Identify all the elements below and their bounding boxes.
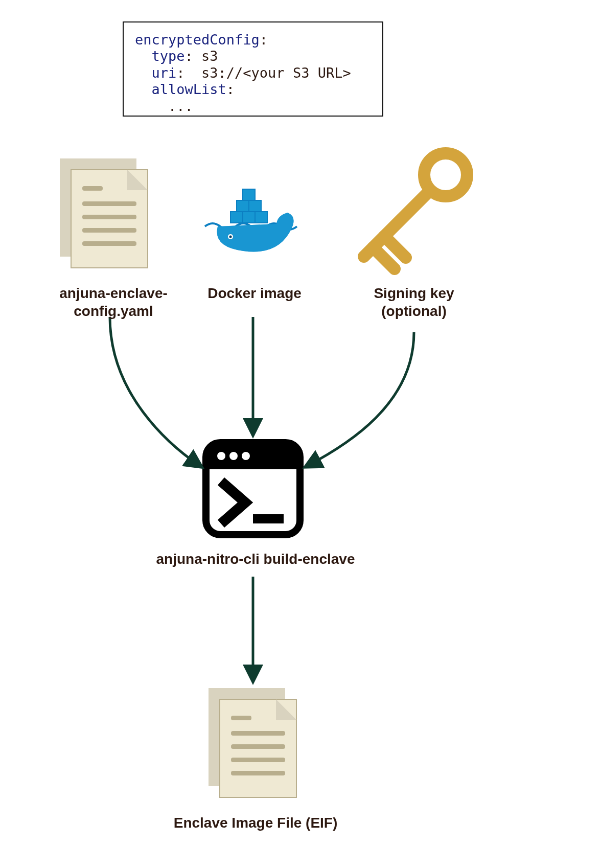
eif-label: Enclave Image File (EIF) (164, 814, 348, 832)
svg-point-25 (242, 452, 250, 460)
svg-rect-22 (206, 459, 300, 469)
docker-icon (202, 178, 305, 262)
svg-rect-30 (231, 716, 251, 720)
code-val: s3://<your S3 URL> (201, 65, 351, 81)
config-code-box: encryptedConfig: type: s3 uri: s3://<you… (123, 21, 383, 117)
terminal-icon (202, 439, 304, 543)
code-key: allowList (152, 81, 226, 97)
docker-label: Docker image (203, 284, 306, 302)
svg-rect-11 (243, 212, 255, 223)
svg-rect-13 (237, 200, 249, 212)
config-label: anjuna-enclave-config.yaml (21, 284, 205, 320)
svg-point-24 (229, 452, 238, 460)
svg-rect-32 (231, 744, 285, 749)
svg-rect-15 (243, 189, 255, 200)
svg-rect-10 (230, 212, 243, 223)
svg-rect-5 (82, 215, 136, 219)
document-icon (56, 154, 158, 277)
key-label-line2: (optional) (381, 303, 447, 319)
svg-rect-34 (231, 771, 285, 775)
svg-point-23 (217, 452, 225, 460)
key-icon (349, 144, 481, 279)
svg-rect-6 (82, 228, 136, 233)
svg-rect-12 (255, 212, 267, 223)
cli-label: anjuna-nitro-cli build-enclave (143, 550, 368, 568)
code-key: type (152, 48, 185, 64)
code-val: ... (168, 98, 193, 114)
svg-rect-3 (82, 186, 103, 191)
key-label: Signing key (optional) (353, 284, 475, 320)
code-key: encryptedConfig (135, 32, 260, 48)
svg-rect-26 (253, 514, 284, 523)
code-key: uri (152, 65, 177, 81)
svg-rect-31 (231, 731, 285, 736)
svg-rect-33 (231, 758, 285, 762)
key-label-line1: Signing key (374, 285, 454, 301)
code-val: s3 (201, 48, 218, 64)
svg-rect-14 (249, 200, 261, 212)
document-icon (204, 684, 307, 806)
svg-rect-7 (82, 241, 136, 246)
svg-point-9 (229, 236, 232, 238)
svg-rect-4 (82, 201, 136, 206)
